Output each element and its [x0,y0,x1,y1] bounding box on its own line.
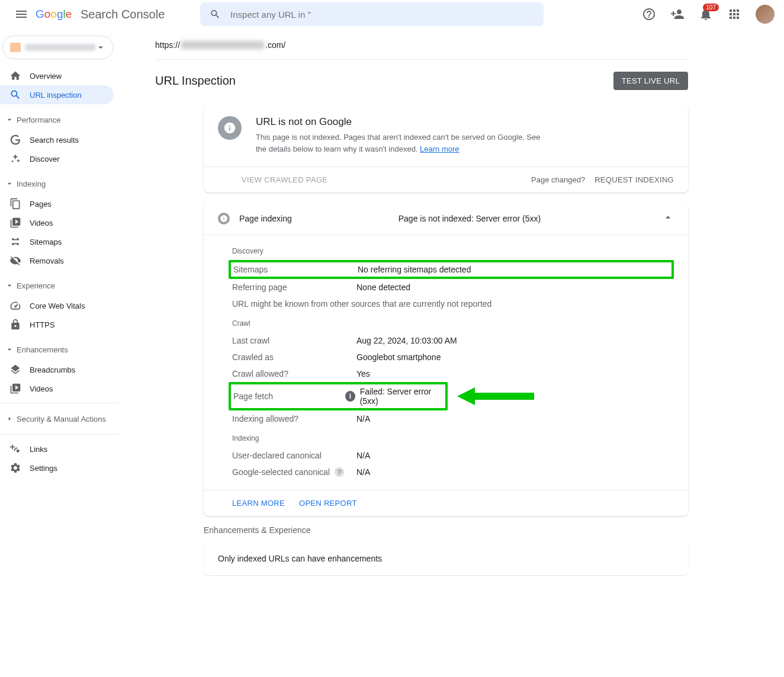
account-avatar[interactable] [756,5,775,24]
google-logo-icon: Google [36,7,79,21]
svg-marker-2 [457,387,534,405]
property-icon [10,43,21,52]
nav-group-enhancements[interactable]: Enhancements [0,339,118,360]
video-icon [9,217,21,229]
nav-label: Settings [30,464,57,473]
sidebar-item-removals[interactable]: Removals [0,251,114,270]
menu-icon [14,7,28,21]
nav-label: Videos [30,384,53,393]
chevron-down-icon [5,281,14,290]
nav-label: Sitemaps [30,238,62,246]
request-indexing-button[interactable]: REQUEST INDEXING [595,175,674,184]
menu-button[interactable] [9,2,33,26]
google-canonical-row: Google-selected canonical ? N/A [232,464,674,480]
nav-label: Links [30,445,47,454]
crawl-heading: Crawl [232,312,674,332]
last-crawl-row: Last crawl Aug 22, 2024, 10:03:00 AM [232,332,674,349]
sidebar-item-search-results[interactable]: Search results [0,130,114,149]
sidebar-item-settings[interactable]: Settings [0,458,114,477]
info-icon [218,213,230,224]
sitemaps-row: Sitemaps No referring sitemaps detected [229,260,674,279]
info-icon: i [345,391,355,402]
nav-label: Search results [30,136,79,145]
group-label: Performance [17,115,60,124]
gear-icon [9,462,21,474]
nav-label: Pages [30,200,52,208]
chevron-down-icon [5,179,14,188]
discovery-heading: Discovery [232,240,674,260]
learn-more-link[interactable]: Learn more [420,145,459,153]
nav-label: Discover [30,155,60,163]
help-button[interactable] [637,2,661,26]
referring-page-row: Referring page None detected [232,279,674,296]
page-indexing-header[interactable]: Page indexing Page is not indexed: Serve… [204,202,688,235]
page-title: URL Inspection [155,74,236,88]
annotation-arrow [457,384,534,408]
sidebar-item-cwv[interactable]: Core Web Vitals [0,296,114,315]
users-button[interactable] [666,2,689,26]
sidebar-item-https[interactable]: HTTPS [0,315,114,334]
nav-label: Videos [30,219,53,227]
notification-badge: 107 [703,4,719,11]
chevron-down-icon [5,115,14,124]
inspected-url: https://.com/ [155,28,688,52]
removals-icon [9,255,21,267]
sidebar-item-videos2[interactable]: Videos [0,379,114,398]
lock-icon [9,319,21,331]
dropdown-icon [95,42,106,53]
nav-label: Core Web Vitals [30,301,85,310]
layers-icon [9,364,21,376]
property-name [25,44,95,51]
svg-text:Google: Google [36,8,72,20]
help-icon [642,7,656,21]
indexing-allowed-row: Indexing allowed? N/A [232,410,674,427]
help-icon[interactable]: ? [335,467,344,477]
status-title: URL is not on Google [256,116,552,128]
sitemap-icon [9,236,21,248]
chevron-up-icon [662,211,674,225]
sidebar-item-pages[interactable]: Pages [0,194,114,213]
sidebar-item-overview[interactable]: Overview [0,66,114,85]
nav-group-experience[interactable]: Experience [0,275,118,296]
product-name: Search Console [81,8,165,21]
chevron-down-icon [5,345,14,354]
nav-label: HTTPS [30,320,55,329]
nav-group-performance[interactable]: Performance [0,109,118,130]
test-live-url-button[interactable]: TEST LIVE URL [613,72,688,90]
search-icon [210,8,221,20]
notifications-button[interactable]: 107 [694,2,718,26]
view-crawled-page-button[interactable]: VIEW CRAWLED PAGE [218,175,327,184]
video-icon [9,383,21,394]
page-indexing-card: Page indexing Page is not indexed: Serve… [204,202,688,516]
apps-icon [727,7,741,21]
pages-icon [9,198,21,210]
speed-icon [9,300,21,312]
sidebar-item-videos[interactable]: Videos [0,213,114,232]
open-report-button[interactable]: OPEN REPORT [299,499,357,508]
learn-more-button[interactable]: LEARN MORE [232,499,285,508]
crawled-as-row: Crawled as Googlebot smartphone [232,349,674,365]
url-search-bar[interactable] [200,2,544,26]
sidebar-item-sitemaps[interactable]: Sitemaps [0,232,114,251]
nav-group-indexing[interactable]: Indexing [0,173,118,194]
sidebar-item-url-inspection[interactable]: URL inspection [0,85,114,104]
logo[interactable]: Google Search Console [36,7,165,21]
sidebar-item-links[interactable]: Links [0,439,114,458]
property-selector[interactable] [2,36,114,59]
sidebar-item-discover[interactable]: Discover [0,149,114,168]
apps-button[interactable] [722,2,746,26]
crawl-allowed-row: Crawl allowed? Yes [232,365,674,382]
indexing-heading: Indexing [232,427,674,447]
group-label: Experience [17,281,55,290]
nav-group-security[interactable]: Security & Manual Actions [0,408,118,429]
discover-icon [9,153,21,165]
group-label: Enhancements [17,345,68,354]
group-label: Security & Manual Actions [17,415,106,423]
sidebar: Overview URL inspection Performance Sear… [0,28,118,677]
search-icon [9,89,21,101]
sidebar-item-breadcrumbs[interactable]: Breadcrumbs [0,360,114,379]
url-input[interactable] [230,9,534,20]
group-label: Indexing [17,179,46,188]
enhancements-card: Only indexed URLs can have enhancements [204,542,688,575]
indexing-status: Page is not indexed: Server error (5xx) [399,214,541,223]
